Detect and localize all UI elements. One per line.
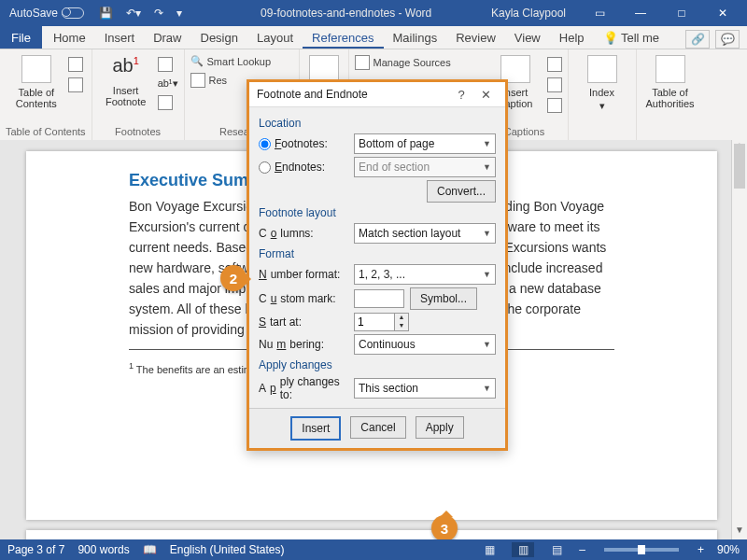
spin-up-icon[interactable]: ▲ (395, 314, 408, 322)
tab-view[interactable]: View (505, 27, 550, 49)
add-text-icon (68, 57, 83, 72)
toa-icon (655, 55, 685, 83)
table-of-contents-button[interactable]: Table of Contents (8, 55, 64, 109)
web-layout-icon[interactable]: ▤ (547, 542, 566, 557)
dialog-close-button[interactable]: ✕ (473, 88, 498, 102)
group-toa: Table of Authorities (637, 49, 704, 141)
footnote-endnote-dialog: Footnote and Endnote ? ✕ Location Footno… (247, 79, 508, 451)
maximize-icon[interactable]: □ (661, 0, 702, 26)
tab-design[interactable]: Design (191, 27, 247, 49)
caption-opt1[interactable] (547, 57, 562, 72)
convert-button[interactable]: Convert... (427, 180, 496, 203)
tab-review[interactable]: Review (446, 27, 505, 49)
autosave-toggle[interactable]: AutoSave (4, 5, 90, 21)
ribbon-options-icon[interactable]: ▭ (579, 0, 620, 26)
symbol-button[interactable]: Symbol... (410, 287, 477, 310)
apply-to-combo[interactable]: This section▼ (354, 378, 496, 399)
zoom-slider[interactable] (604, 548, 679, 552)
chevron-down-icon: ▼ (483, 162, 491, 172)
vertical-scrollbar[interactable]: ▲ ▼ (731, 140, 747, 539)
share-button[interactable]: 🔗 (685, 30, 710, 49)
update-table-button[interactable] (68, 77, 83, 92)
show-notes-button[interactable] (158, 95, 178, 110)
next-footnote-button[interactable]: ab¹▾ (158, 77, 178, 90)
tab-layout[interactable]: Layout (247, 27, 303, 49)
tab-help[interactable]: Help (550, 27, 594, 49)
update-icon (68, 77, 83, 92)
sources-icon (355, 55, 370, 70)
numbering-label: Numbering: (259, 338, 348, 351)
insert-button[interactable]: Insert (290, 416, 341, 441)
table-of-authorities-button[interactable]: Table of Authorities (642, 55, 698, 109)
manage-sources-button[interactable]: Manage Sources (355, 55, 451, 70)
proofing-icon[interactable]: 📖 (143, 543, 157, 556)
chevron-down-icon: ▼ (483, 340, 491, 349)
chevron-down-icon: ▼ (483, 270, 491, 279)
comments-button[interactable]: 💬 (715, 30, 740, 49)
cancel-button[interactable]: Cancel (350, 416, 405, 439)
columns-combo[interactable]: Match section layout▼ (354, 223, 496, 244)
apply-button[interactable]: Apply (416, 416, 464, 439)
caption-opt2[interactable] (547, 77, 562, 92)
tell-me[interactable]: 💡 Tell me (594, 27, 669, 49)
endnotes-location-combo[interactable]: End of section▼ (354, 157, 496, 177)
start-at-spinner[interactable]: ▲▼ (354, 313, 409, 331)
numbering-combo[interactable]: Continuous▼ (354, 334, 496, 355)
language-indicator[interactable]: English (United States) (170, 543, 285, 556)
qat-more-icon[interactable]: ▾ (173, 5, 186, 21)
minimize-icon[interactable]: — (620, 0, 661, 26)
ribbon-tabs: File Home Insert Draw Design Layout Refe… (0, 26, 747, 49)
scroll-down-icon[interactable]: ▼ (732, 525, 747, 539)
tab-references[interactable]: References (303, 27, 383, 49)
custom-mark-input[interactable] (354, 289, 404, 308)
print-layout-icon[interactable]: ▥ (512, 542, 534, 557)
number-format-label: Number format: (259, 268, 348, 281)
footnotes-radio[interactable] (259, 138, 271, 150)
group-label: Captions (504, 124, 544, 139)
user-name[interactable]: Kayla Claypool (478, 7, 579, 20)
chevron-down-icon: ▼ (483, 384, 491, 393)
spin-down-icon[interactable]: ▼ (395, 322, 408, 330)
callout-3: 3 (431, 515, 458, 541)
close-icon[interactable]: ✕ (702, 0, 743, 26)
format-group-label: Format (259, 247, 496, 260)
tab-draw[interactable]: Draw (144, 27, 190, 49)
insert-endnote-button[interactable] (158, 57, 178, 72)
undo-icon[interactable]: ↶▾ (122, 5, 145, 21)
endnotes-radio[interactable] (259, 161, 271, 174)
tab-home[interactable]: Home (44, 27, 95, 49)
scroll-thumb[interactable] (734, 144, 745, 189)
layout-group-label: Footnote layout (259, 206, 496, 219)
tab-file[interactable]: File (0, 26, 42, 49)
status-bar: Page 3 of 7 900 words 📖 English (United … (0, 539, 747, 560)
next-page[interactable] (26, 530, 717, 539)
insert-footnote-button[interactable]: ab1 Insert Footnote (98, 55, 154, 107)
redo-icon[interactable]: ↷ (150, 5, 167, 21)
tab-insert[interactable]: Insert (95, 27, 145, 49)
zoom-out-button[interactable]: – (579, 543, 585, 556)
footnotes-location-combo[interactable]: Bottom of page▼ (354, 133, 496, 154)
smart-lookup-button[interactable]: 🔍Smart Lookup (190, 55, 271, 67)
caption-opt3[interactable] (547, 98, 562, 113)
group-label: Footnotes (115, 124, 161, 139)
zoom-in-button[interactable]: + (698, 543, 704, 556)
add-text-button[interactable] (68, 57, 83, 72)
document-title: 09-footnotes-and-endnotes - Word (261, 7, 431, 20)
tab-mailings[interactable]: Mailings (384, 27, 447, 49)
number-format-combo[interactable]: 1, 2, 3, ...▼ (354, 264, 496, 285)
zoom-level[interactable]: 90% (717, 543, 740, 556)
start-at-input[interactable] (354, 313, 394, 331)
researcher-button[interactable]: Res (190, 73, 228, 88)
read-mode-icon[interactable]: ▦ (480, 542, 499, 557)
zoom-thumb[interactable] (638, 545, 645, 554)
page-indicator[interactable]: Page 3 of 7 (7, 543, 64, 556)
index-button[interactable]: Index▾ (574, 55, 630, 111)
custom-mark-label: Custom mark: (259, 292, 348, 305)
autosave-label: AutoSave (9, 7, 58, 20)
save-icon[interactable]: 💾 (95, 5, 117, 21)
dialog-help-button[interactable]: ? (449, 88, 473, 102)
apply-to-label: Apply changes to: (259, 375, 348, 401)
word-count[interactable]: 900 words (78, 543, 129, 556)
dialog-title: Footnote and Endnote (257, 88, 368, 101)
search-icon: 🔍 (190, 55, 204, 67)
